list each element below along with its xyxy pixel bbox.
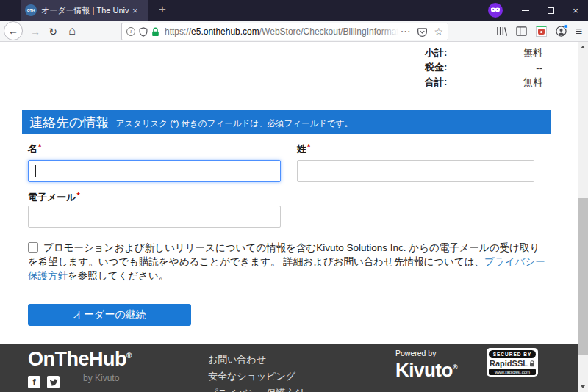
rapidssl-badge[interactable]: SECURED BY RapidSSL www.rapidssl.com — [487, 348, 538, 377]
window-controls: × — [488, 0, 588, 21]
facebook-icon[interactable]: f — [28, 376, 40, 388]
vertical-scrollbar[interactable] — [578, 42, 588, 392]
back-button[interactable]: ← — [4, 21, 23, 40]
first-name-field-wrap — [28, 160, 281, 182]
consent-text: プロモーションおよび新しいリリースについての情報を含むKivuto Soluti… — [28, 242, 539, 267]
navigation-toolbar: ← → ↻ ⌂ i https://e5.onthehub.com/WebSto… — [0, 21, 588, 42]
email-label: 電子メール* — [28, 191, 80, 204]
onthehub-logo[interactable]: OnTheHub® — [28, 348, 132, 371]
page-actions-icon[interactable]: ··· — [401, 27, 411, 36]
order-summary: 小計: 無料 税金: -- 合計: 無料 — [425, 46, 542, 90]
text-caret — [35, 165, 36, 177]
maximize-button[interactable] — [538, 0, 563, 21]
scroll-down-icon[interactable] — [581, 385, 585, 388]
page-footer: OnTheHub® by Kivuto f お問い合わせ 安全なショッピング プ… — [0, 344, 578, 392]
close-window-button[interactable]: × — [563, 0, 588, 21]
tracking-protection-shield-icon[interactable] — [139, 27, 148, 37]
email-input[interactable] — [28, 206, 281, 228]
required-asterisk: * — [38, 142, 41, 151]
new-tab-button[interactable]: + — [154, 0, 171, 21]
library-icon[interactable] — [496, 26, 507, 36]
twitter-icon[interactable] — [47, 376, 60, 388]
account-icon[interactable] — [556, 26, 567, 37]
footer-link-contact[interactable]: お問い合わせ — [208, 351, 305, 368]
onthehub-byline: by Kivuto — [83, 373, 119, 383]
sidebar-toggle-icon[interactable] — [516, 26, 527, 36]
contact-section-header: 連絡先の情報 アスタリスク (*) 付きのフィールドは、必須フィールドです。 — [22, 110, 551, 134]
section-title: 連絡先の情報 — [29, 114, 109, 131]
last-name-label: 姓* — [297, 142, 310, 156]
site-favicon-icon: OTH — [25, 4, 37, 16]
email-field-wrap — [28, 206, 281, 228]
notification-dot — [564, 24, 568, 29]
scrollbar-thumb[interactable] — [578, 198, 588, 355]
summary-row-subtotal: 小計: 無料 — [425, 46, 542, 60]
browser-tab[interactable]: OTH オーダー情報 | The University of × — [21, 0, 148, 21]
pocket-icon[interactable] — [417, 27, 427, 37]
footer-links: お問い合わせ 安全なショッピング プライバシー保護方針 — [208, 351, 305, 392]
consent-text-after: を参照してください。 — [68, 270, 168, 281]
hamburger-menu-icon[interactable]: ≡ — [576, 25, 582, 38]
page-info-icon[interactable]: i — [126, 27, 135, 36]
private-browsing-mask-icon — [488, 3, 503, 18]
forward-button: → — [28, 24, 43, 39]
url-text[interactable]: https://e5.onthehub.com/WebStore/Checkou… — [165, 26, 398, 37]
padlock-icon — [529, 360, 535, 367]
promo-consent-checkbox[interactable] — [28, 242, 38, 253]
bookmark-star-icon[interactable]: ☆ — [434, 26, 443, 37]
first-name-input[interactable] — [28, 160, 281, 182]
extension-icon[interactable] — [536, 26, 547, 37]
last-name-input[interactable] — [297, 160, 534, 182]
required-asterisk: * — [307, 142, 310, 151]
summary-row-tax: 税金: -- — [425, 60, 542, 75]
titlebar: OTH オーダー情報 | The University of × + × — [0, 0, 588, 21]
summary-row-total: 合計: 無料 — [425, 75, 542, 90]
last-name-field-wrap — [297, 160, 534, 182]
address-bar[interactable]: i https://e5.onthehub.com/WebStore/Check… — [121, 23, 448, 40]
section-subtitle: アスタリスク (*) 付きのフィールドは、必須フィールドです。 — [115, 115, 353, 129]
scroll-up-icon[interactable] — [581, 46, 585, 48]
minimize-button[interactable] — [513, 0, 538, 21]
footer-link-privacy[interactable]: プライバシー保護方針 — [208, 385, 305, 392]
required-asterisk: * — [77, 191, 80, 200]
page-content: 小計: 無料 税金: -- 合計: 無料 連絡先の情報 アスタリスク (*) 付… — [0, 42, 578, 392]
continue-order-button[interactable]: オーダーの継続 — [28, 304, 191, 326]
promo-consent: プロモーションおよび新しいリリースについての情報を含むKivuto Soluti… — [28, 241, 547, 283]
tab-title: オーダー情報 | The University of — [41, 5, 129, 16]
browser-window: OTH オーダー情報 | The University of × + × ← →… — [0, 0, 588, 392]
first-name-label: 名* — [28, 142, 41, 156]
https-lock-icon[interactable] — [151, 27, 159, 37]
kivuto-logo[interactable]: Powered by Kivuto® — [395, 349, 457, 380]
close-tab-icon[interactable]: × — [132, 5, 138, 16]
reload-button[interactable]: ↻ — [46, 24, 60, 39]
footer-link-safe-shopping[interactable]: 安全なショッピング — [208, 368, 305, 385]
home-button[interactable]: ⌂ — [65, 23, 79, 38]
